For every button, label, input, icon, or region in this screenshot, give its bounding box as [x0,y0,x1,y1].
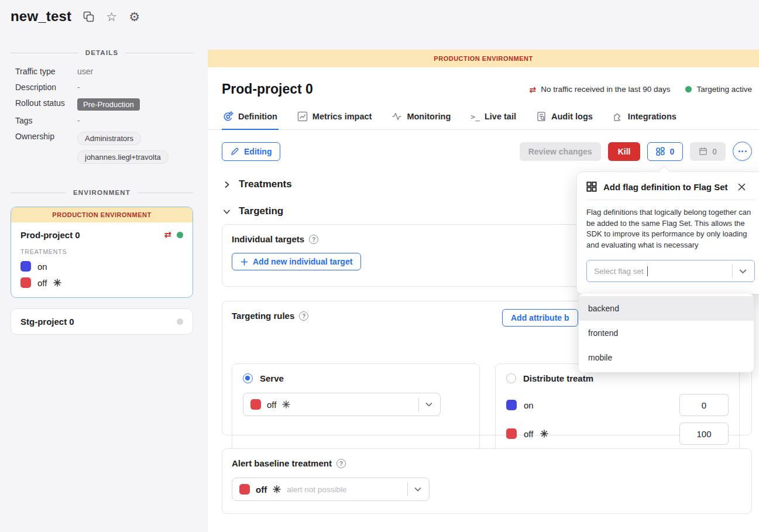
alert-note: alert not possible [287,485,346,494]
environment-name: Prod-project 0 [20,230,164,240]
detail-row-rollout-status: Rollout status Pre-Production [11,98,193,111]
close-icon[interactable] [737,182,747,192]
targeting-rules-title: Targeting rules [232,311,294,321]
alert-baseline-title: Alert baseline treatment [232,458,332,468]
detail-row-tags: Tags - [11,116,193,126]
metrics-impact-icon [297,111,308,122]
popover-divider [586,200,755,200]
environment-heading: ENVIRONMENT [11,189,193,196]
treatment-off-swatch [250,399,261,410]
gear-icon[interactable]: ⚙ [129,11,140,23]
treatment-on-swatch [506,400,517,410]
traffic-swap-icon: ⇄ [530,85,537,94]
app-root: new_test ☆ ⚙ DETAILS Traffic type user D… [0,0,759,532]
serve-label: Serve [260,373,284,383]
monitoring-icon [391,111,402,122]
tab-audit-logs[interactable]: Audit logs [535,108,594,130]
help-icon[interactable]: ? [299,311,308,321]
flag-set-select-input[interactable]: Select flag set [586,260,755,282]
serve-radio[interactable] [243,373,253,383]
detail-row-ownership: Ownership Administrators johannes.liegl+… [11,132,193,169]
schedule-count: 0 [712,147,717,156]
chevron-down-icon[interactable] [739,267,747,276]
calendar-icon [699,147,708,156]
sidebar: DETAILS Traffic type user Description - … [11,44,193,335]
tab-live-tail[interactable]: >_ Live tail [469,108,517,130]
text-cursor [647,266,648,276]
more-actions-button[interactable] [733,142,752,161]
chevron-down-icon [414,485,422,493]
ownership-pills: Administrators johannes.liegl+travolta [77,132,169,169]
flag-sets-button[interactable]: 0 [647,142,683,161]
flag-environment-title: Prod-project 0 [222,81,313,97]
treatment-off-swatch [506,428,517,439]
page-header: new_test ☆ ⚙ [11,8,140,25]
chevron-right-icon [223,181,231,188]
distribute-off-percentage-input[interactable] [679,423,729,445]
inactive-dot [177,318,183,325]
tab-definition[interactable]: Definition [222,108,279,130]
alert-baseline-panel: Alert baseline treatment ? off alert not… [222,448,752,514]
editing-button[interactable]: Editing [222,142,280,161]
copy-icon[interactable] [83,11,94,22]
owner-pill[interactable]: johannes.liegl+travolta [77,150,169,164]
plus-icon [241,258,248,266]
detail-row-traffic-type: Traffic type user [11,67,193,77]
kill-button[interactable]: Kill [608,142,641,161]
treatment-row-on: on [20,261,183,272]
distribute-on-percentage-input[interactable] [679,394,729,416]
integrations-icon [613,111,623,122]
default-treatment-icon [282,400,290,409]
live-tail-icon: >_ [470,112,480,121]
review-changes-button[interactable]: Review changes [520,142,601,161]
treatment-on-swatch [20,261,31,272]
alert-baseline-select[interactable]: off alert not possible [232,478,430,501]
tab-integrations[interactable]: Integrations [612,108,678,130]
environment-card-production[interactable]: PRODUCTION ENVIRONMENT Prod-project 0 ⇄ … [11,207,193,298]
page-title: new_test [11,8,71,25]
default-treatment-icon [540,430,548,438]
help-icon[interactable]: ? [309,235,318,244]
flag-set-grid-icon [586,181,597,192]
treatment-row-off: off [20,277,183,288]
status-row: ⇄ No traffic received in the last 90 day… [530,85,752,94]
flag-set-count: 0 [669,147,674,156]
tab-monitoring[interactable]: Monitoring [390,108,452,130]
owner-pill[interactable]: Administrators [77,132,141,145]
flag-set-option-backend[interactable]: backend [579,296,754,321]
star-icon[interactable]: ☆ [106,11,117,23]
traffic-status-text: No traffic received in the last 90 days [541,85,670,94]
default-treatment-icon [273,485,281,493]
serve-treatment-select[interactable]: off [243,393,441,416]
add-attribute-rule-button[interactable]: Add attribute b [502,309,578,327]
details-heading: DETAILS [11,49,193,56]
individual-targets-title: Individual targets [232,234,304,244]
flag-set-option-mobile[interactable]: mobile [579,345,754,370]
help-icon[interactable]: ? [336,459,346,468]
distribute-row-on: on [506,394,729,416]
audit-logs-icon [536,111,547,122]
treatment-off-swatch [20,277,31,288]
popover-description: Flag definitions that logically belong t… [586,207,755,250]
distribute-label: Distribute treatm [523,373,593,383]
pencil-icon [231,147,239,156]
production-environment-banner: PRODUCTION ENVIRONMENT [11,207,193,222]
toolbar: Editing Review changes Kill 0 [222,142,752,161]
chevron-down-icon [223,208,231,215]
select-placeholder: Select flag set [594,267,644,276]
environment-name: Stg-project 0 [20,317,177,327]
environment-card-staging[interactable]: Stg-project 0 [11,308,193,335]
detail-row-description: Description - [11,83,193,93]
serve-rule-card: Serve off [232,363,480,456]
flag-set-option-frontend[interactable]: frontend [579,321,754,345]
rollout-status-badge: Pre-Production [77,98,140,111]
definition-icon [223,111,233,122]
add-individual-target-button[interactable]: Add new individual target [232,253,361,270]
add-flag-to-flagset-popover: Add flag definition to Flag Set Flag def… [576,171,759,294]
distribute-radio[interactable] [506,373,516,383]
production-environment-banner: PRODUCTION ENVIRONMENT [208,50,759,67]
flag-set-grid-icon [656,147,665,156]
chevron-down-icon [425,400,433,409]
tab-metrics-impact[interactable]: Metrics impact [296,108,373,130]
schedule-button[interactable]: 0 [690,142,726,161]
